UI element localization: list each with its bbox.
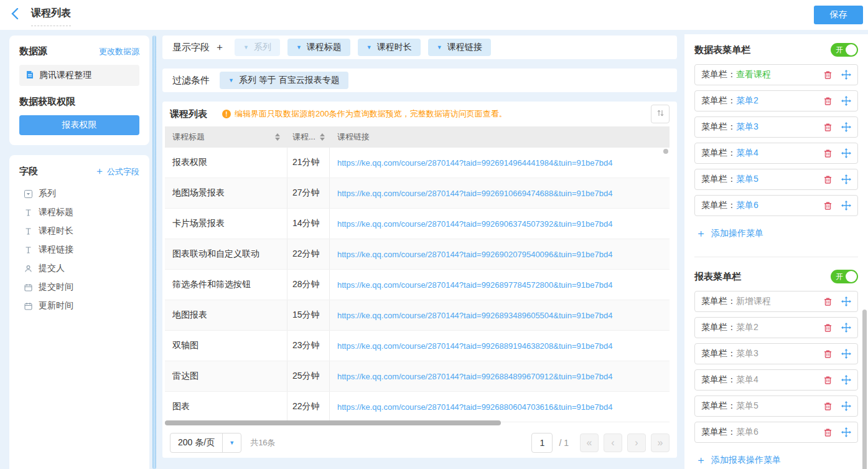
course-link[interactable]: https://ke.qq.com/course/2870144?taid=99… xyxy=(337,402,612,412)
warning-text: 编辑界面只取数据源前200条作为查询数据预览，完整数据请访问页面查看。 xyxy=(235,108,507,120)
last-page-button[interactable]: » xyxy=(651,433,670,452)
course-link[interactable]: https://ke.qq.com/course/2870144?taid=99… xyxy=(337,341,612,351)
menu-item[interactable]: 菜单栏：菜单3 xyxy=(694,343,858,364)
move-icon[interactable] xyxy=(841,427,851,437)
course-duration-cell: 22分钟 xyxy=(287,392,330,422)
add-display-field-icon[interactable]: ＋ xyxy=(215,41,225,54)
trash-icon[interactable] xyxy=(823,323,833,333)
course-link[interactable]: https://ke.qq.com/course/2870144?taid=99… xyxy=(337,189,612,198)
menu-item[interactable]: 菜单栏：菜单4 xyxy=(694,369,858,391)
add-report-action-menu-link[interactable]: ＋ 添加报表操作菜单 xyxy=(696,453,781,467)
sort-toggle-button[interactable] xyxy=(651,105,670,123)
menu-item[interactable]: 菜单栏：查看课程 xyxy=(694,64,858,85)
trash-icon[interactable] xyxy=(823,201,833,211)
save-button[interactable]: 保存 xyxy=(814,6,863,24)
change-datasource-link[interactable]: 更改数据源 xyxy=(99,46,139,57)
move-icon[interactable] xyxy=(841,122,851,132)
trash-icon[interactable] xyxy=(823,428,833,437)
menu-item[interactable]: 菜单栏：新增课程 xyxy=(694,291,858,312)
pagination-bar: 200 条/页 ▼ 共16条 1 / 1 «‹›» xyxy=(162,427,677,458)
menu-item[interactable]: 菜单栏：菜单6 xyxy=(694,195,858,216)
display-fields-label: 显示字段 xyxy=(172,42,210,54)
table-vertical-scrollbar[interactable] xyxy=(663,149,668,154)
select-icon xyxy=(24,190,32,198)
calendar-icon xyxy=(24,302,32,310)
move-icon[interactable] xyxy=(841,70,851,80)
course-link[interactable]: https://ke.qq.com/course/2870144?taid=99… xyxy=(337,219,612,229)
course-duration-cell: 22分钟 xyxy=(287,239,330,269)
trash-icon[interactable] xyxy=(823,70,833,80)
course-link[interactable]: https://ke.qq.com/course/2870144?taid=99… xyxy=(337,158,612,168)
column-header[interactable]: 课程... xyxy=(287,126,330,148)
trash-icon[interactable] xyxy=(823,123,833,132)
field-tag[interactable]: ▼系列 等于 百宝云报表专题 xyxy=(220,72,348,89)
move-icon[interactable] xyxy=(841,201,851,211)
move-icon[interactable] xyxy=(841,148,851,158)
trash-icon[interactable] xyxy=(823,149,833,158)
course-title-cell: 卡片场景报表 xyxy=(165,209,287,239)
section-heading: 数据表菜单栏 xyxy=(694,44,750,56)
menu-item[interactable]: 菜单栏：菜单2 xyxy=(694,317,858,338)
trash-icon[interactable] xyxy=(823,97,833,106)
menu-item-prefix: 菜单栏： xyxy=(701,95,736,107)
sort-arrows-icon xyxy=(320,133,325,141)
trash-icon[interactable] xyxy=(823,297,833,306)
course-link[interactable]: https://ke.qq.com/course/2870144?taid=99… xyxy=(337,250,612,259)
right-panel-scrollbar[interactable] xyxy=(862,310,867,469)
trash-icon[interactable] xyxy=(823,349,833,359)
field-item[interactable]: 系列 xyxy=(19,184,139,203)
field-item[interactable]: 提交人 xyxy=(19,259,139,278)
table-horizontal-scrollbar[interactable] xyxy=(165,420,501,425)
course-duration-cell: 15分钟 xyxy=(287,300,330,330)
trash-icon[interactable] xyxy=(823,376,833,385)
course-link[interactable]: https://ke.qq.com/course/2870144?taid=99… xyxy=(337,372,612,381)
field-label: 提交人 xyxy=(39,263,65,274)
move-icon[interactable] xyxy=(841,375,851,385)
field-tag[interactable]: ▼系列 xyxy=(235,39,280,56)
move-icon[interactable] xyxy=(841,349,851,359)
first-page-button[interactable]: « xyxy=(580,433,599,452)
prev-page-button[interactable]: ‹ xyxy=(604,433,622,452)
field-item[interactable]: 课程时长 xyxy=(19,222,139,240)
menu-item[interactable]: 菜单栏：菜单2 xyxy=(694,90,858,111)
column-header[interactable]: 课程链接 xyxy=(330,126,670,148)
field-tag[interactable]: ▼课程标题 xyxy=(287,39,350,56)
data-table-menu-toggle[interactable]: 开 xyxy=(831,43,858,57)
page-size-select[interactable]: 200 条/页 ▼ xyxy=(170,433,241,453)
datasource-item[interactable]: 腾讯课程整理 xyxy=(19,65,139,86)
field-tag[interactable]: ▼课程时长 xyxy=(358,39,421,56)
move-icon[interactable] xyxy=(841,296,851,306)
field-item[interactable]: 课程链接 xyxy=(19,240,139,259)
menu-item-prefix: 菜单栏： xyxy=(701,348,736,359)
menu-item[interactable]: 菜单栏：菜单5 xyxy=(694,169,858,190)
field-item[interactable]: 课程标题 xyxy=(19,203,139,222)
course-link[interactable]: https://ke.qq.com/course/2870144?taid=99… xyxy=(337,311,612,320)
page-input[interactable]: 1 xyxy=(531,433,553,453)
field-item[interactable]: 更新时间 xyxy=(19,296,139,315)
field-item[interactable]: 提交时间 xyxy=(19,278,139,296)
report-permission-button[interactable]: 报表权限 xyxy=(19,115,139,135)
field-tag[interactable]: ▼课程链接 xyxy=(428,39,491,56)
back-button[interactable] xyxy=(11,8,19,22)
course-duration-cell: 14分钟 xyxy=(287,209,330,239)
menu-item[interactable]: 菜单栏：菜单4 xyxy=(694,143,858,164)
course-link[interactable]: https://ke.qq.com/course/2870144?taid=99… xyxy=(337,280,612,290)
left-panel-scrollbar[interactable] xyxy=(152,36,156,469)
report-menu-toggle[interactable]: 开 xyxy=(831,270,858,283)
trash-icon[interactable] xyxy=(823,402,833,411)
next-page-button[interactable]: › xyxy=(627,433,646,452)
move-icon[interactable] xyxy=(841,401,851,411)
menu-item[interactable]: 菜单栏：菜单5 xyxy=(694,396,858,417)
course-title-cell: 报表权限 xyxy=(165,148,287,178)
menu-item[interactable]: 菜单栏：菜单3 xyxy=(694,116,858,138)
move-icon[interactable] xyxy=(841,174,851,184)
section-divider xyxy=(694,257,858,257)
first-page-icon: « xyxy=(587,438,592,448)
move-icon[interactable] xyxy=(841,323,851,333)
move-icon[interactable] xyxy=(841,96,851,106)
add-formula-field-link[interactable]: ＋ 公式字段 xyxy=(95,165,139,178)
trash-icon[interactable] xyxy=(823,175,833,184)
menu-item[interactable]: 菜单栏：菜单6 xyxy=(694,422,858,443)
column-header[interactable]: 课程标题 xyxy=(165,126,287,148)
add-action-menu-link[interactable]: ＋ 添加操作菜单 xyxy=(696,226,763,240)
